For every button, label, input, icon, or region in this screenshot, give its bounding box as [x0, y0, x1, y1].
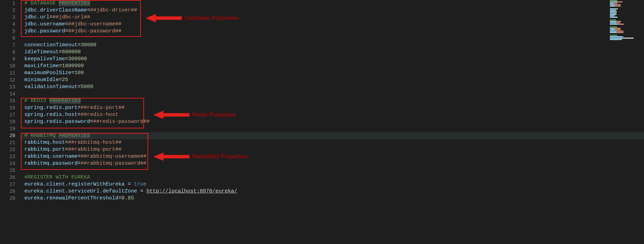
code-line[interactable]: spring.redis.port=##redis-port##: [20, 104, 644, 111]
code-token: # DATABASE: [24, 0, 59, 6]
code-line[interactable]: [20, 35, 644, 42]
line-number: 17: [0, 111, 15, 118]
code-line[interactable]: spring.redis.host=##redis-host: [20, 111, 644, 118]
code-token: ##rabbitmq-username##: [81, 154, 146, 159]
code-line[interactable]: eureka.renewalPercentThreshold=0.85: [20, 195, 644, 202]
code-line[interactable]: maxLifetime=1800000: [20, 63, 644, 70]
code-token: minimumIdle: [24, 77, 59, 83]
line-number: 15: [0, 97, 15, 104]
code-token: true: [134, 181, 146, 187]
line-number: 9: [0, 56, 15, 63]
code-token: rabbitmq.username: [24, 154, 78, 159]
code-editor[interactable]: 1234567891011121314151617181920212223242…: [0, 0, 644, 244]
code-line[interactable]: maximumPoolSize=100: [20, 70, 644, 77]
line-number: 21: [0, 139, 15, 146]
code-token: 0.85: [121, 195, 134, 201]
line-number: 12: [0, 77, 15, 84]
code-token: =: [78, 42, 81, 48]
code-token: 1800000: [62, 63, 84, 69]
code-token: 30000: [81, 42, 96, 48]
code-line[interactable]: spring.redis.password=##redis-password##: [20, 118, 644, 125]
code-token: eureka.client.registerWithEureka: [24, 181, 125, 187]
code-token: =: [59, 63, 62, 69]
code-token: =: [65, 56, 68, 62]
line-number: 2: [0, 7, 15, 14]
code-line[interactable]: rabbitmq.host=##rabbitmq-host##: [20, 139, 644, 146]
code-token: ##redis-host: [81, 112, 118, 118]
code-token: ##redis-port##: [81, 105, 125, 111]
code-token: validationTimeout: [24, 84, 78, 90]
line-number: 23: [0, 153, 15, 160]
code-token: spring.redis.host: [24, 112, 78, 118]
code-token: PROPERTIES: [49, 98, 81, 104]
code-line[interactable]: rabbitmq.password=##rabbitmq-password##: [20, 160, 644, 167]
code-line[interactable]: keepaliveTime=300000: [20, 56, 644, 63]
line-number: 28: [0, 188, 15, 195]
code-token: jdbc.password: [24, 28, 65, 34]
code-token: =: [78, 105, 81, 111]
code-line[interactable]: validationTimeout=5000: [20, 84, 644, 90]
line-number: 19: [0, 125, 15, 132]
code-token: 100: [74, 70, 84, 76]
code-line[interactable]: [20, 125, 644, 132]
line-number: 25: [0, 167, 15, 174]
code-token: =: [78, 112, 81, 118]
code-token: =: [118, 195, 121, 201]
code-token: # RABBITMQ: [24, 133, 59, 139]
line-number: 8: [0, 49, 15, 56]
code-line[interactable]: [20, 90, 644, 97]
line-number: 3: [0, 14, 15, 21]
code-token: rabbitmq.port: [24, 147, 65, 152]
code-token: =: [78, 84, 81, 90]
code-token: =: [65, 140, 68, 145]
code-line[interactable]: jdbc.url=##jdbc-url##: [20, 14, 644, 21]
code-line[interactable]: #REGISTER WITH EUREKA: [20, 174, 644, 181]
code-token: http://localhost:8070/eureka/: [146, 188, 237, 194]
code-line[interactable]: connectionTimeout=30000: [20, 42, 644, 49]
line-number: 13: [0, 84, 15, 90]
line-number: 11: [0, 70, 15, 77]
code-token: spring.redis.port: [24, 105, 78, 111]
code-token: =: [49, 14, 53, 20]
code-token: maxLifetime: [24, 63, 59, 69]
line-number: 14: [0, 90, 15, 97]
line-number: 10: [0, 63, 15, 70]
code-token: 600000: [62, 49, 81, 55]
code-line[interactable]: jdbc.username=##jdbc-username##: [20, 21, 644, 28]
code-line[interactable]: minimumIdle=25: [20, 77, 644, 84]
code-token: =: [78, 154, 81, 159]
code-line[interactable]: # RABBITMQ PROPERTIES: [20, 132, 644, 139]
code-token: 5000: [81, 84, 93, 90]
code-token: =: [65, 21, 68, 27]
code-token: maximumPoolSize: [24, 70, 71, 76]
code-line[interactable]: [20, 167, 644, 174]
code-line[interactable]: idleTimeout=600000: [20, 49, 644, 56]
code-token: eureka.client.serviceUrl.defaultZone: [24, 188, 137, 194]
code-line[interactable]: jdbc.driverClassName=##jdbc-driver##: [20, 7, 644, 14]
code-token: idleTimeout: [24, 49, 59, 55]
code-token: =: [125, 181, 134, 187]
code-token: ##rabbitmq-host##: [68, 140, 121, 145]
line-number: 5: [0, 28, 15, 35]
code-token: eureka.renewalPercentThreshold: [24, 195, 118, 201]
code-line[interactable]: rabbitmq.port=##rabbitmq-port##: [20, 146, 644, 153]
code-token: spring.redis.password: [24, 119, 90, 125]
code-token: ##jdbc-url##: [53, 14, 90, 20]
code-token: ##jdbc-username##: [68, 21, 121, 27]
code-token: =: [90, 119, 93, 125]
code-line[interactable]: rabbitmq.username=##rabbitmq-username##: [20, 153, 644, 160]
code-area[interactable]: # DATABASE PROPERTIESjdbc.driverClassNam…: [20, 0, 644, 244]
line-number: 26: [0, 174, 15, 181]
code-line[interactable]: jdbc.password=##jdbc-password##: [20, 28, 644, 35]
code-lines-container: # DATABASE PROPERTIESjdbc.driverClassNam…: [20, 0, 644, 202]
code-line[interactable]: eureka.client.serviceUrl.defaultZone = h…: [20, 188, 644, 195]
code-line[interactable]: # REDIS PROPERTIES: [20, 97, 644, 104]
line-number: 22: [0, 146, 15, 153]
code-token: =: [78, 160, 81, 166]
minimap[interactable]: [609, 0, 644, 42]
code-line[interactable]: eureka.client.registerWithEureka = true: [20, 181, 644, 188]
line-number: 18: [0, 118, 15, 125]
code-line[interactable]: # DATABASE PROPERTIES: [20, 0, 644, 7]
code-token: PROPERTIES: [59, 0, 90, 6]
code-token: =: [65, 28, 68, 34]
